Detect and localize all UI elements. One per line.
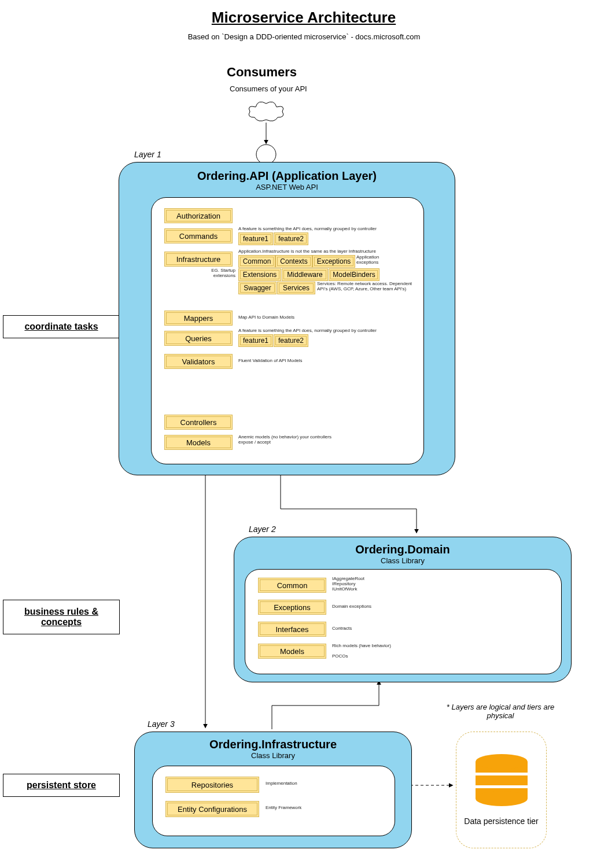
pill-l2-common: Common: [258, 578, 326, 593]
layer3-label: Layer 3: [148, 719, 175, 729]
chip-inf-extensions: Extensions: [238, 268, 281, 281]
consumers-heading: Consumers: [227, 65, 297, 80]
note-commands: A feature is something the API does, nor…: [238, 227, 389, 232]
pill-authorization: Authorization: [164, 208, 233, 223]
chip-q-f1: feature1: [238, 334, 273, 347]
chip-inf-modelbinders: ModelBinders: [329, 268, 379, 281]
pill-l3-entity: Entity Configurations: [165, 801, 259, 817]
pill-controllers: Controllers: [164, 415, 233, 430]
database-icon: [476, 754, 528, 806]
chip-inf-exceptions: Exceptions: [312, 255, 355, 268]
note-infra-services: Services: Remote network access. Depende…: [317, 282, 421, 292]
chip-q-f2: feature2: [274, 334, 308, 347]
note-models: Anemic models (no behavior) your control…: [238, 435, 342, 445]
pill-infrastructure: Infrastructure: [164, 252, 233, 267]
side-business: business rules & concepts: [3, 600, 120, 634]
layer1-sub: ASP.NET Web API: [119, 183, 455, 191]
layer2-inner: Common IAggregateRoot IRepository IUnitO…: [245, 569, 562, 674]
pill-l2-interfaces: Interfaces: [258, 622, 326, 637]
note-validators: Fluent Validation of API Models: [238, 359, 354, 364]
layer1-label: Layer 1: [134, 150, 161, 159]
layer2-title: Ordering.Domain: [234, 543, 571, 556]
layer3-box: Ordering.Infrastructure Class Library Re…: [134, 732, 412, 848]
consumers-sub: Consumers of your API: [230, 84, 307, 93]
pill-mappers: Mappers: [164, 311, 233, 326]
note-l2-common: IAggregateRoot IRepository IUnitOfWork: [332, 577, 425, 592]
chip-inf-swagger: Swagger: [238, 282, 277, 294]
pill-models: Models: [164, 435, 233, 450]
chip-cmd-f1: feature1: [238, 232, 273, 245]
chip-inf-common: Common: [238, 255, 275, 268]
note-mappers: Map API to Domain Models: [238, 315, 354, 320]
datastore-caption: Data persistence tier: [464, 817, 538, 826]
datastore-box: Data persistence tier: [456, 732, 547, 848]
svg-point-1: [256, 145, 276, 164]
pill-validators: Validators: [164, 354, 233, 369]
subtitle: Based on `Design a DDD-oriented microser…: [143, 32, 465, 41]
note-l3-repos: Implementation: [266, 781, 358, 786]
layer2-box: Ordering.Domain Class Library Common IAg…: [234, 537, 572, 682]
note-infra-left: EG. Startup extensions: [195, 268, 235, 279]
layer1-box: Ordering.API (Application Layer) ASP.NET…: [119, 162, 455, 475]
layer2-sub: Class Library: [234, 556, 571, 565]
layer3-sub: Class Library: [135, 751, 411, 760]
note-infra: Application.Infrastructure is not the sa…: [238, 249, 400, 254]
layer1-inner: Authorization Commands A feature is some…: [151, 197, 424, 464]
footnote: * Layers are logical and tiers are physi…: [445, 703, 555, 720]
layer2-label: Layer 2: [249, 525, 276, 534]
note-queries: A feature is something the API does, nor…: [238, 328, 389, 334]
pill-l2-exceptions: Exceptions: [258, 600, 326, 615]
note-l2-models: Rich models (have behavior) POCOs: [332, 644, 448, 659]
pill-l2-models: Models: [258, 644, 326, 659]
chip-inf-contexts: Contexts: [275, 255, 312, 268]
pill-queries: Queries: [164, 331, 233, 346]
layer3-title: Ordering.Infrastructure: [135, 738, 411, 751]
layer3-inner: Repositories Implementation Entity Confi…: [152, 766, 395, 836]
chip-cmd-f2: feature2: [274, 232, 308, 245]
chip-inf-services: Services: [277, 282, 315, 294]
note-l3-entity: Entity Framework: [266, 806, 358, 811]
main-title: Microservice Architecture: [153, 9, 454, 27]
note-l2-exc: Domain exceptions: [332, 604, 425, 610]
note-infra-appexc: Application exceptions: [356, 255, 391, 265]
diagram-canvas: Microservice Architecture Based on `Desi…: [0, 0, 608, 868]
note-l2-int: Contracts: [332, 626, 425, 631]
side-coordinate: coordinate tasks: [3, 315, 120, 338]
chip-inf-middleware: Middleware: [282, 268, 328, 281]
pill-l3-repos: Repositories: [165, 777, 259, 793]
side-store: persistent store: [3, 774, 120, 797]
layer1-title: Ordering.API (Application Layer): [119, 169, 455, 183]
pill-commands: Commands: [164, 228, 233, 243]
